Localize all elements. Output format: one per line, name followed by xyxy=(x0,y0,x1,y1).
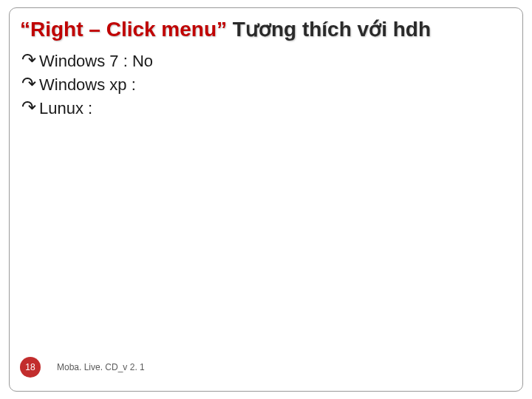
slide-frame: “Right – Click menu” Tương thích với hdh… xyxy=(9,7,523,392)
list-item: ↷ Windows 7 : No xyxy=(21,52,512,71)
bullet-text: Windows 7 : No xyxy=(39,52,153,71)
bullet-text: Lunux : xyxy=(39,99,92,118)
list-item: ↷ Lunux : xyxy=(21,99,512,118)
footer: 18 Moba. Live. CD_v 2. 1 xyxy=(20,357,145,378)
bullet-list: ↷ Windows 7 : No ↷ Windows xp : ↷ Lunux … xyxy=(21,52,512,118)
list-item: ↷ Windows xp : xyxy=(21,75,512,95)
title-rest: Tương thích với hdh xyxy=(227,18,431,41)
bullet-icon: ↷ xyxy=(21,52,36,68)
title-highlight: “Right – Click menu” xyxy=(20,18,227,41)
bullet-text: Windows xp : xyxy=(39,75,136,95)
page-number-badge: 18 xyxy=(20,357,41,378)
footer-label: Moba. Live. CD_v 2. 1 xyxy=(57,362,145,372)
bullet-icon: ↷ xyxy=(21,75,36,92)
slide-title: “Right – Click menu” Tương thích với hdh xyxy=(20,17,512,41)
bullet-icon: ↷ xyxy=(21,99,36,115)
